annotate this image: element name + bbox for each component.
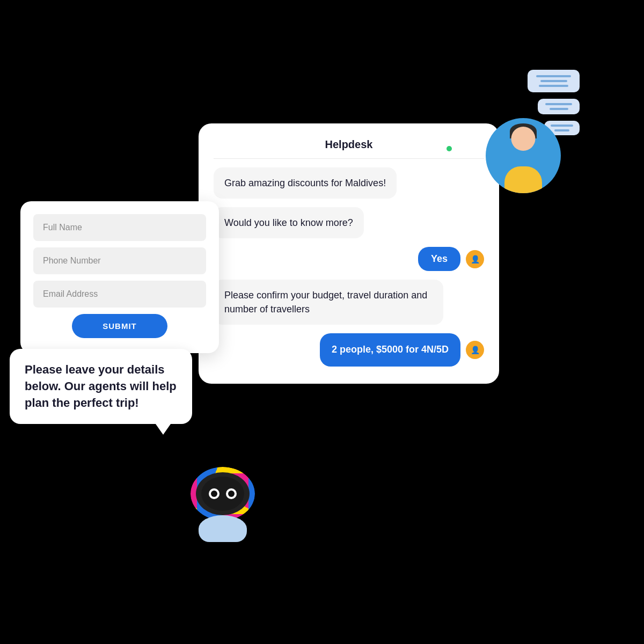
human-head [511, 127, 536, 151]
robot-eye-right [226, 488, 237, 499]
robot-body [199, 515, 247, 542]
user-message-1: Yes [418, 247, 460, 271]
user-avatar-small-2: 👤 [466, 341, 484, 359]
agent-avatar [486, 118, 561, 193]
user-avatar-small-1: 👤 [466, 250, 484, 268]
human-figure [486, 118, 561, 193]
chat-messages: Grab amazing discounts for Maldives! Wou… [214, 167, 484, 367]
human-body [504, 166, 542, 193]
tooltip-bubble-2 [538, 99, 580, 114]
submit-button[interactable]: SUBMIT [72, 314, 167, 338]
email-address-field[interactable]: Email Address [33, 281, 206, 308]
robot-face [201, 477, 244, 511]
helpdesk-header: Helpdesk [214, 138, 484, 159]
robot-character [188, 472, 258, 542]
online-indicator [447, 146, 452, 151]
robot-head [196, 472, 250, 515]
robot-pupil-left [211, 491, 217, 497]
scene: Helpdesk Grab amazing discounts for Mald… [0, 0, 644, 644]
form-panel: Full Name Phone Number Email Address SUB… [20, 201, 219, 353]
tooltip-bubble-1 [528, 70, 580, 92]
robot-eye-left [209, 488, 219, 499]
helpdesk-panel: Helpdesk Grab amazing discounts for Mald… [199, 123, 499, 384]
full-name-field[interactable]: Full Name [33, 214, 206, 241]
user-message-row-1: Yes 👤 [214, 247, 484, 271]
bot-message-3: Please confirm your budget, travel durat… [214, 280, 443, 325]
robot-pupil-right [228, 491, 235, 497]
user-message-2: 2 people, $5000 for 4N/5D [320, 333, 460, 366]
helpdesk-title: Helpdesk [325, 138, 373, 150]
phone-number-field[interactable]: Phone Number [33, 247, 206, 274]
bot-message-2: Would you like to know more? [214, 207, 364, 238]
bot-message-1: Grab amazing discounts for Maldives! [214, 167, 397, 199]
speech-bubble: Please leave your details below. Our age… [10, 349, 192, 424]
user-message-row-2: 2 people, $5000 for 4N/5D 👤 [214, 333, 484, 366]
